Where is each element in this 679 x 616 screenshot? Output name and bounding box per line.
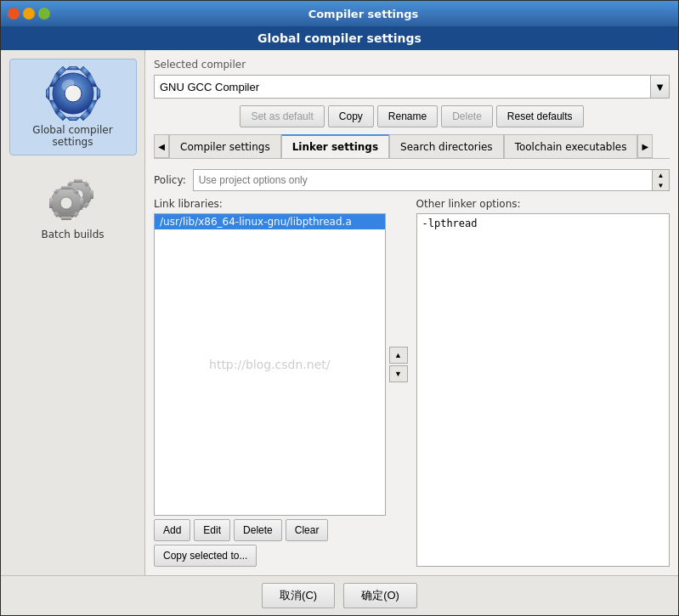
policy-input-wrap: ▲ ▼ [193, 169, 670, 191]
library-copy-buttons: Copy selected to... [154, 545, 408, 567]
rename-button[interactable]: Rename [377, 105, 438, 127]
copy-button[interactable]: Copy [328, 105, 374, 127]
clear-library-button[interactable]: Clear [286, 519, 329, 541]
tab-nav-right[interactable]: ▶ [637, 134, 653, 158]
set-default-button[interactable]: Set as default [240, 105, 324, 127]
minimize-button[interactable] [23, 8, 35, 20]
batch-builds-icon [46, 171, 100, 225]
right-panel: Selected compiler GNU GCC Compiler ▼ Set… [145, 50, 678, 575]
list-nav-buttons: ▲ ▼ [389, 213, 408, 516]
gear-icon [46, 66, 100, 121]
sidebar-item-batch-builds[interactable]: Batch builds [9, 164, 137, 247]
policy-label: Policy: [154, 174, 186, 186]
sidebar-item-global-compiler[interactable]: Global compiler settings [9, 59, 137, 155]
compiler-select-section: Selected compiler GNU GCC Compiler ▼ [154, 59, 670, 99]
sidebar: Global compiler settings [1, 50, 145, 575]
title-bar: Compiler settings [1, 1, 678, 26]
other-linker-textarea[interactable]: -lpthread [416, 213, 671, 567]
edit-library-button[interactable]: Edit [194, 519, 230, 541]
main-window: Compiler settings Global compiler settin… [0, 0, 679, 616]
watermark: http://blog.csdn.net/ [209, 358, 330, 371]
link-libraries-col: Link libraries: /usr/lib/x86_64-linux-gn… [154, 198, 408, 567]
compiler-toolbar: Set as default Copy Rename Delete Reset … [154, 105, 670, 127]
other-linker-col: Other linker options: -lpthread [416, 198, 671, 567]
tab-search-directories[interactable]: Search directories [389, 134, 504, 158]
policy-spinner: ▲ ▼ [652, 170, 669, 190]
library-action-buttons: Add Edit Delete Clear [154, 519, 408, 541]
main-content: Global compiler settings [1, 50, 678, 575]
other-linker-label: Other linker options: [416, 198, 671, 210]
policy-input[interactable] [194, 170, 652, 190]
compiler-dropdown-arrow[interactable]: ▼ [651, 75, 670, 99]
svg-point-6 [60, 197, 72, 209]
compiler-select-label: Selected compiler [154, 59, 670, 71]
tab-nav-left[interactable]: ◀ [154, 134, 169, 158]
tab-compiler-settings[interactable]: Compiler settings [169, 134, 281, 158]
copy-selected-button[interactable]: Copy selected to... [154, 545, 257, 567]
maximize-button[interactable] [38, 8, 50, 20]
reset-defaults-button[interactable]: Reset defaults [496, 105, 584, 127]
tab-toolchain-executables[interactable]: Toolchain executables [504, 134, 638, 158]
sidebar-item-batch-label: Batch builds [41, 229, 104, 240]
list-nav-up[interactable]: ▲ [389, 347, 408, 364]
window-title: Compiler settings [55, 8, 671, 20]
window-controls [8, 8, 50, 20]
tabs-bar: ◀ Compiler settings Linker settings Sear… [154, 134, 670, 159]
compiler-dropdown[interactable]: GNU GCC Compiler [154, 75, 651, 99]
cancel-button[interactable]: 取消(C) [262, 583, 335, 608]
link-libraries-label: Link libraries: [154, 198, 408, 210]
delete-library-button[interactable]: Delete [234, 519, 282, 541]
close-button[interactable] [8, 8, 20, 20]
ok-button[interactable]: 确定(O) [343, 583, 417, 608]
policy-row: Policy: ▲ ▼ [154, 169, 670, 191]
list-nav-down[interactable]: ▼ [389, 365, 408, 382]
list-item[interactable]: /usr/lib/x86_64-linux-gnu/libpthread.a [155, 214, 385, 229]
policy-spin-down[interactable]: ▼ [653, 180, 669, 190]
compiler-select-row: GNU GCC Compiler ▼ [154, 75, 670, 99]
footer: 取消(C) 确定(O) [1, 575, 678, 615]
delete-button[interactable]: Delete [441, 105, 493, 127]
two-columns: Link libraries: /usr/lib/x86_64-linux-gn… [154, 198, 670, 567]
add-library-button[interactable]: Add [154, 519, 190, 541]
dialog-header: Global compiler settings [1, 26, 678, 50]
link-libraries-listbox[interactable]: /usr/lib/x86_64-linux-gnu/libpthread.a h… [154, 213, 386, 516]
sidebar-item-global-label: Global compiler settings [17, 124, 129, 148]
tab-linker-settings[interactable]: Linker settings [281, 134, 389, 158]
policy-spin-up[interactable]: ▲ [653, 170, 669, 180]
